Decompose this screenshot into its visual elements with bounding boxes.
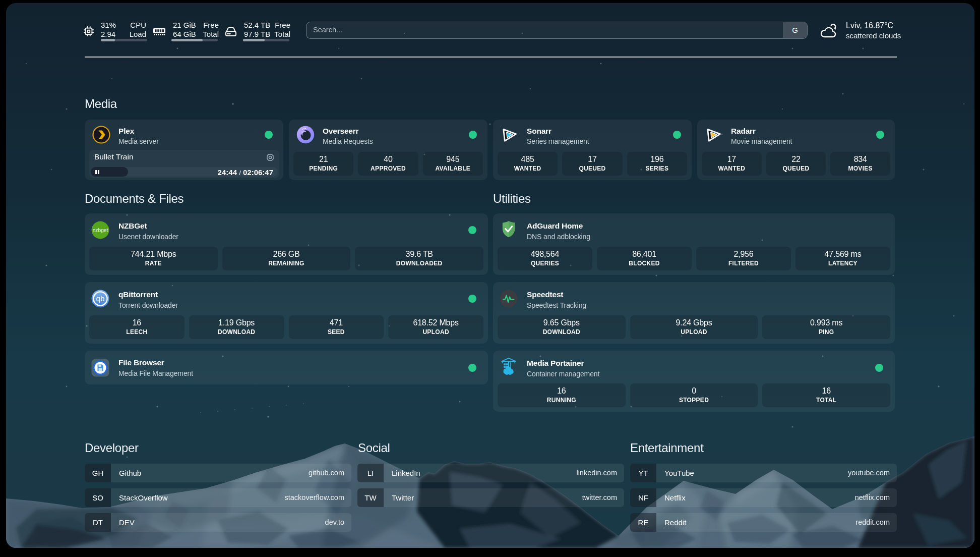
- svg-text:nzbget: nzbget: [93, 228, 108, 233]
- svg-text:qb: qb: [96, 294, 104, 303]
